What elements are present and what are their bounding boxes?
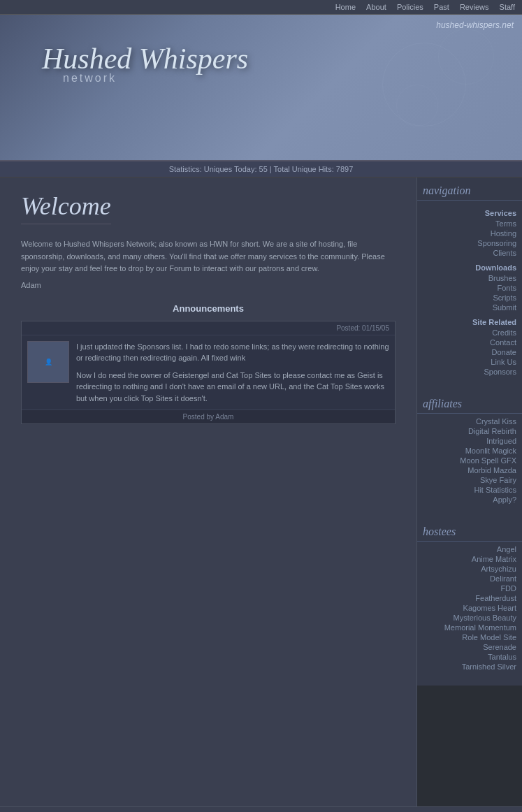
sidebar-brushes[interactable]: Brushes	[417, 273, 522, 283]
hostee-role-model-site[interactable]: Role Model Site	[417, 632, 522, 642]
nav-reviews[interactable]: Reviews	[460, 3, 489, 11]
post-text-1: I just updated the Sponsors list. I had …	[76, 341, 389, 364]
affiliate-moonlit-magick[interactable]: Moonlit Magick	[417, 446, 522, 456]
sidebar-sponsoring[interactable]: Sponsoring	[417, 238, 522, 248]
sidebar-sponsors[interactable]: Sponsors	[417, 367, 522, 377]
sidebar-terms[interactable]: Terms	[417, 219, 522, 229]
hostee-kagomes-heart[interactable]: Kagomes Heart	[417, 603, 522, 613]
sidebar-scripts[interactable]: Scripts	[417, 293, 522, 303]
affiliate-morbid-mazda[interactable]: Morbid Mazda	[417, 465, 522, 475]
hostee-delirant[interactable]: Delirant	[417, 574, 522, 583]
sidebar-fonts[interactable]: Fonts	[417, 283, 522, 293]
content-area: Welcome Welcome to Hushed Whispers Netwo…	[0, 177, 417, 806]
nav-staff[interactable]: Staff	[500, 3, 515, 11]
main-layout: Welcome Welcome to Hushed Whispers Netwo…	[0, 177, 522, 806]
affiliate-digital-rebirth[interactable]: Digital Rebirth	[417, 426, 522, 436]
post-date: Posted: 01/15/05	[22, 321, 395, 335]
site-related-category: Site Related	[417, 312, 522, 328]
hostee-fdd[interactable]: FDD	[417, 583, 522, 593]
welcome-body: Welcome to Hushed Whispers Network; also…	[21, 238, 396, 275]
affiliate-moon-spell-gfx[interactable]: Moon Spell GFX	[417, 456, 522, 465]
logo-text: Hushed Whispers	[42, 43, 248, 75]
hostee-featherdust[interactable]: Featherdust	[417, 593, 522, 603]
top-navigation: Home About Policies Past Reviews Staff	[0, 0, 522, 15]
author-name: Adam	[21, 281, 396, 289]
hostee-artsychizu[interactable]: Artsychizu	[417, 564, 522, 574]
post-content-row: 👤 I just updated the Sponsors list. I ha…	[22, 335, 395, 410]
sidebar-contact[interactable]: Contact	[417, 338, 522, 347]
announcements-title: Announcements	[21, 303, 396, 314]
footer: Hushed Whispers Network © 2004 Adam Mull…	[0, 806, 522, 812]
affiliate-intrigued[interactable]: Intrigued	[417, 436, 522, 446]
affiliate-apply[interactable]: Apply?	[417, 495, 522, 505]
post-text-2: Now I do need the owner of Geistengel an…	[76, 370, 389, 405]
downloads-category: Downloads	[417, 258, 522, 273]
stats-text: Statistics: Uniques Today: 55 | Total Un…	[169, 165, 354, 173]
affiliate-hit-statistics[interactable]: Hit Statistics	[417, 485, 522, 495]
nav-section-header: navigation	[417, 177, 522, 201]
hostee-tantalus[interactable]: Tantalus	[417, 652, 522, 662]
welcome-title: Welcome	[21, 191, 111, 224]
site-url-label: hushed-whispers.net	[436, 20, 514, 30]
sidebar-donate[interactable]: Donate	[417, 347, 522, 357]
hostee-serenade[interactable]: Serenade	[417, 642, 522, 652]
affiliate-crystal-kiss[interactable]: Crystal Kiss	[417, 416, 522, 426]
post-box: Posted: 01/15/05 👤 I just updated the Sp…	[21, 321, 396, 425]
post-avatar: 👤	[27, 341, 69, 383]
nav-about[interactable]: About	[366, 3, 386, 11]
hostee-angel[interactable]: Angel	[417, 544, 522, 554]
sidebar: navigation Services Terms Hosting Sponso…	[417, 177, 522, 686]
hostee-mysterious-beauty[interactable]: Mysterious Beauty	[417, 613, 522, 623]
post-text: I just updated the Sponsors list. I had …	[76, 341, 389, 405]
sidebar-credits[interactable]: Credits	[417, 328, 522, 338]
sidebar-submit[interactable]: Submit	[417, 303, 522, 312]
hostee-anime-matrix[interactable]: Anime Matrix	[417, 554, 522, 564]
header-logo: Hushed Whispers network	[42, 43, 248, 85]
nav-policies[interactable]: Policies	[397, 3, 423, 11]
post-footer: Posted by Adam	[22, 409, 395, 423]
affiliate-skye-fairy[interactable]: Skye Fairy	[417, 475, 522, 485]
nav-home[interactable]: Home	[335, 3, 356, 11]
sidebar-linkus[interactable]: Link Us	[417, 357, 522, 367]
services-category: Services	[417, 203, 522, 219]
header-banner: hushed-whispers.net Hushed Whispers netw…	[0, 15, 522, 161]
affiliates-section-header: affiliates	[417, 391, 522, 414]
avatar-icon: 👤	[45, 358, 52, 365]
stats-bar: Statistics: Uniques Today: 55 | Total Un…	[0, 161, 522, 177]
hostee-memorial-momentum[interactable]: Memorial Momentum	[417, 623, 522, 632]
nav-past[interactable]: Past	[434, 3, 449, 11]
hostee-tarnished-silver[interactable]: Tarnished Silver	[417, 662, 522, 672]
sidebar-hosting[interactable]: Hosting	[417, 229, 522, 238]
sidebar-clients[interactable]: Clients	[417, 248, 522, 258]
hostees-section-header: hostees	[417, 519, 522, 542]
